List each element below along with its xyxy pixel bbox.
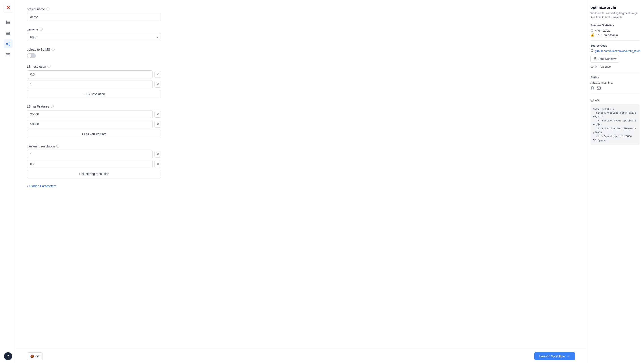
lsi-varfeatures-input-0[interactable] <box>27 110 153 118</box>
author-email-icon[interactable] <box>597 86 601 91</box>
project-name-input[interactable] <box>27 13 161 21</box>
sidebar: ✕ ? <box>0 0 16 363</box>
launch-workflow-button[interactable]: Launch Workflow → <box>534 352 575 360</box>
author-github-icon[interactable] <box>590 86 594 91</box>
divider-3 <box>590 95 640 95</box>
source-code-section-label: Source Code <box>590 44 640 47</box>
lsi-varfeatures-remove-0[interactable]: ✕ <box>154 111 161 118</box>
svg-point-20 <box>596 57 596 58</box>
svg-point-21 <box>595 59 595 59</box>
upload-to-slims-toggle-wrapper <box>27 53 575 58</box>
clustering-resolution-remove-1[interactable]: ✕ <box>154 161 161 167</box>
clustering-resolution-input-1[interactable] <box>27 160 153 168</box>
lsi-resolution-input-0[interactable] <box>27 70 153 78</box>
license-icon <box>590 65 594 69</box>
svg-point-9 <box>9 32 10 33</box>
launch-label: Launch Workflow <box>539 354 565 358</box>
fork-icon <box>594 57 596 61</box>
lsi-varfeatures-remove-1[interactable]: ✕ <box>154 121 161 128</box>
runtime-section-label: Runtime Statistics <box>590 24 640 27</box>
clustering-resolution-label: clustering resolution ⓘ <box>27 144 161 148</box>
genome-select[interactable]: hg38 hg19 mm10 mm9 <box>27 33 161 41</box>
sidebar-item-team[interactable] <box>4 50 12 59</box>
license-item: MIT License <box>590 65 640 69</box>
genome-select-wrapper: hg38 hg19 mm10 mm9 ▾ <box>27 33 161 41</box>
svg-line-14 <box>7 43 9 44</box>
svg-rect-27 <box>591 99 594 102</box>
hidden-params-section: › Hidden Parameters <box>27 184 575 188</box>
project-name-info-icon[interactable]: ⓘ <box>46 7 50 11</box>
api-icon <box>590 99 594 102</box>
svg-point-11 <box>6 44 7 44</box>
lsi-resolution-info-icon[interactable]: ⓘ <box>48 65 50 69</box>
off-label: Off <box>36 354 40 358</box>
lsi-varfeatures-input-1[interactable] <box>27 120 153 128</box>
sidebar-item-storage[interactable] <box>4 29 12 38</box>
project-name-field: project name ⓘ <box>27 7 575 21</box>
project-name-label: project name ⓘ <box>27 7 575 11</box>
svg-point-18 <box>6 54 7 55</box>
api-label: API <box>590 99 640 102</box>
lsi-resolution-field: LSI resolution ⓘ ✕ ✕ + LSI resolution <box>27 65 161 98</box>
svg-point-12 <box>9 42 10 43</box>
help-button[interactable]: ? <box>4 352 12 360</box>
clustering-resolution-info-icon[interactable]: ⓘ <box>56 144 59 148</box>
clock-icon: ⏱ <box>590 29 594 32</box>
author-section-label: Author <box>590 76 640 79</box>
genome-info-icon[interactable]: ⓘ <box>40 27 43 31</box>
main-area: project name ⓘ genome ⓘ hg38 hg19 mm10 m… <box>16 0 644 363</box>
clustering-resolution-add-btn[interactable]: + clustering resolution <box>27 170 161 178</box>
lsi-varfeatures-add-btn[interactable]: + LSI varFeatures <box>27 130 161 138</box>
toggle-thumb <box>27 54 31 58</box>
form-content: project name ⓘ genome ⓘ hg38 hg19 mm10 m… <box>16 0 586 349</box>
lsi-resolution-remove-0[interactable]: ✕ <box>154 71 161 78</box>
app-logo[interactable]: ✕ <box>3 3 13 13</box>
clustering-resolution-input-0[interactable] <box>27 150 153 158</box>
fork-workflow-button[interactable]: Fork Workflow <box>590 55 619 63</box>
svg-line-15 <box>7 44 9 45</box>
lsi-varfeatures-info-icon[interactable]: ⓘ <box>50 104 54 109</box>
author-links <box>590 86 640 91</box>
clustering-resolution-remove-0[interactable]: ✕ <box>154 151 161 158</box>
lsi-resolution-remove-1[interactable]: ✕ <box>154 81 161 88</box>
lsi-resolution-item-0: ✕ <box>27 70 161 78</box>
credits-icon: 💰 <box>590 33 594 37</box>
sidebar-item-workflows[interactable] <box>4 40 12 48</box>
lsi-resolution-input-1[interactable] <box>27 80 153 88</box>
svg-rect-26 <box>597 87 600 89</box>
license-label: MIT License <box>595 65 611 68</box>
github-link-text: github.com/atlasxomics/archr_latch <box>595 49 640 53</box>
hidden-params-toggle-btn[interactable]: › Hidden Parameters <box>27 184 56 188</box>
api-code-block: curl -X POST \ https://nucleus.latch.bio… <box>590 104 640 145</box>
lsi-resolution-label: LSI resolution ⓘ <box>27 65 161 69</box>
lsi-varfeatures-item-1: ✕ <box>27 120 161 128</box>
svg-point-17 <box>9 54 10 55</box>
sidebar-item-library[interactable] <box>4 18 12 27</box>
fork-btn-label: Fork Workflow <box>598 57 616 61</box>
runtime-time-item: ⏱ ~40m 20.2s <box>590 29 640 32</box>
lsi-resolution-item-1: ✕ <box>27 80 161 88</box>
form-scroll-area: project name ⓘ genome ⓘ hg38 hg19 mm10 m… <box>16 0 586 363</box>
svg-rect-6 <box>6 21 7 25</box>
genome-label: genome ⓘ <box>27 27 575 31</box>
lsi-varfeatures-label: LSI varFeatures ⓘ <box>27 104 161 109</box>
github-link[interactable]: github.com/atlasxomics/archr_latch <box>590 49 640 53</box>
upload-to-slims-field: upload to SLIMS ⓘ <box>27 48 575 58</box>
svg-point-16 <box>8 53 9 55</box>
off-button[interactable]: 🔕 Off <box>27 352 43 360</box>
svg-point-13 <box>9 45 10 46</box>
runtime-time: ~40m 20.2s <box>595 29 610 32</box>
svg-point-23 <box>591 65 594 68</box>
lsi-resolution-add-btn[interactable]: + LSI resolution <box>27 90 161 98</box>
right-panel: optimize archr Workflow for converting f… <box>586 0 644 363</box>
launch-arrow-icon: → <box>567 354 570 358</box>
panel-description: Workflow for converting fragment.tsv.gz … <box>590 11 640 19</box>
help-button-wrapper: ? <box>4 352 12 360</box>
bell-off-icon: 🔕 <box>30 354 34 358</box>
panel-title: optimize archr <box>590 5 640 10</box>
upload-to-slims-toggle[interactable] <box>27 53 36 58</box>
divider-2 <box>590 72 640 72</box>
upload-to-slims-info-icon[interactable]: ⓘ <box>52 48 55 52</box>
hidden-params-chevron-icon: › <box>27 184 28 188</box>
hidden-params-label: Hidden Parameters <box>29 184 56 188</box>
